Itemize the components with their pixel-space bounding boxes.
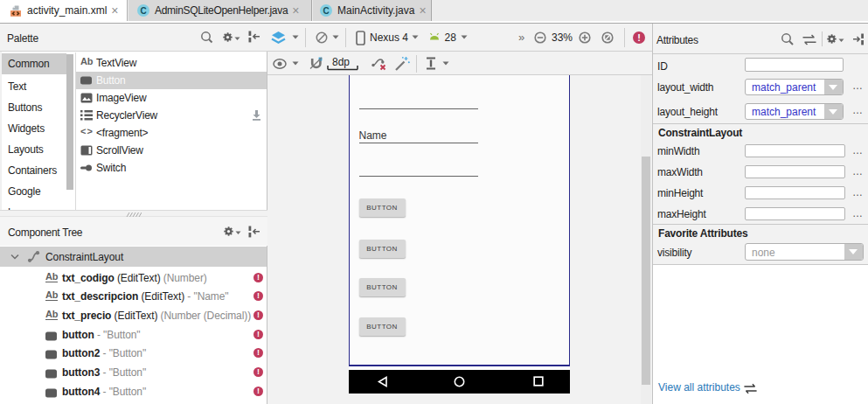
svg-text:C: C xyxy=(140,6,146,16)
svg-text:C: C xyxy=(323,6,329,16)
